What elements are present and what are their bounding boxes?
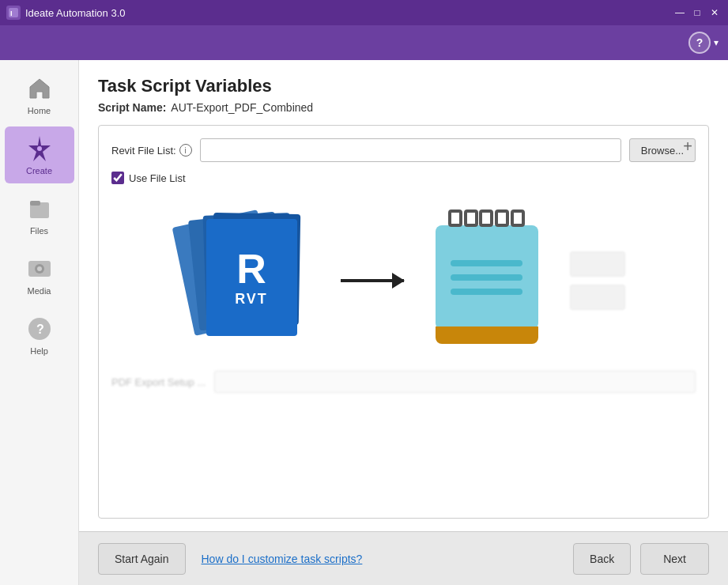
script-name-label: Script Name: xyxy=(98,101,166,114)
notepad-line-3 xyxy=(451,289,522,295)
files-icon xyxy=(25,194,54,223)
close-button[interactable]: ✕ xyxy=(707,6,722,20)
script-name-value: AUT-Export_PDF_Combined xyxy=(171,101,313,114)
help-button[interactable]: ? xyxy=(688,32,711,54)
sidebar-item-create[interactable]: Create xyxy=(5,126,74,183)
rvt-icon: R RVT xyxy=(183,209,309,352)
spiral-ring-5 xyxy=(511,209,525,227)
blurred-btn-2 xyxy=(570,285,625,310)
rvt-label: RVT xyxy=(235,291,268,308)
media-icon xyxy=(25,255,54,283)
notepad-body xyxy=(436,225,538,330)
spiral-ring-4 xyxy=(495,209,509,227)
home-icon xyxy=(25,74,54,103)
app-title: Ideate Automation 3.0 xyxy=(25,7,125,19)
notepad-line-1 xyxy=(451,260,522,266)
back-button[interactable]: Back xyxy=(573,543,631,575)
spiral-ring-1 xyxy=(448,209,462,227)
title-bar-left: I Ideate Automation 3.0 xyxy=(6,6,125,20)
sidebar: Home Create Files Media xyxy=(0,60,79,585)
rvt-r-letter: R xyxy=(236,248,266,289)
sidebar-home-label: Home xyxy=(28,106,51,115)
sidebar-files-label: Files xyxy=(30,226,48,236)
sidebar-create-label: Create xyxy=(26,166,52,176)
rvt-main-page: R RVT xyxy=(206,219,297,336)
sidebar-help-label: Help xyxy=(30,346,48,356)
notepad-bottom xyxy=(436,326,538,344)
svg-point-3 xyxy=(37,146,42,151)
svg-point-8 xyxy=(37,266,42,271)
svg-text:I: I xyxy=(10,9,13,17)
window-controls: — □ ✕ xyxy=(673,6,722,20)
revit-file-list-input[interactable] xyxy=(200,138,621,162)
pdf-export-section: PDF Export Setup ... xyxy=(111,371,696,393)
sidebar-media-label: Media xyxy=(28,286,51,296)
app-icon: I xyxy=(6,6,21,20)
content-area: Task Script Variables Script Name: AUT-E… xyxy=(79,60,728,531)
header-dropdown-arrow[interactable]: ▾ xyxy=(714,37,719,48)
title-bar: I Ideate Automation 3.0 — □ ✕ xyxy=(0,0,728,25)
footer: Start Again How do I customize task scri… xyxy=(79,531,728,585)
arrow-shaft xyxy=(341,279,404,282)
spiral-ring-3 xyxy=(479,209,493,227)
start-again-button[interactable]: Start Again xyxy=(98,543,186,575)
page-title: Task Script Variables xyxy=(98,76,709,96)
create-icon xyxy=(25,134,54,163)
plus-button[interactable]: + xyxy=(683,138,692,154)
blurred-btn-1 xyxy=(570,251,625,277)
revit-file-list-label: Revit File List: i xyxy=(111,144,192,157)
svg-rect-5 xyxy=(30,201,40,206)
use-file-list-checkbox[interactable] xyxy=(111,172,124,184)
main-layout: Home Create Files Media xyxy=(0,60,728,585)
maximize-button[interactable]: □ xyxy=(690,6,704,20)
use-file-list-label: Use File List xyxy=(129,172,186,184)
footer-left: Start Again How do I customize task scri… xyxy=(98,543,368,575)
help-sidebar-icon: ? xyxy=(25,315,54,343)
pdf-export-row: PDF Export Setup ... xyxy=(111,371,696,393)
sidebar-item-home[interactable]: Home xyxy=(5,66,74,123)
script-name-row: Script Name: AUT-Export_PDF_Combined xyxy=(98,101,709,114)
help-link-button[interactable]: How do I customize task scripts? xyxy=(195,543,369,575)
next-button[interactable]: Next xyxy=(640,543,709,575)
header-actions: ? ▾ xyxy=(688,32,719,54)
header-bar: ? ▾ xyxy=(0,25,728,60)
notepad-spiral xyxy=(436,209,538,227)
footer-right: Back Next xyxy=(573,543,709,575)
form-card: + Revit File List: i Browse... Use File … xyxy=(98,125,709,519)
sidebar-item-media[interactable]: Media xyxy=(5,247,74,304)
revit-file-list-row: Revit File List: i Browse... xyxy=(111,138,696,162)
pdf-export-label: PDF Export Setup ... xyxy=(111,376,206,388)
info-icon[interactable]: i xyxy=(179,144,192,157)
spiral-ring-2 xyxy=(464,209,478,227)
arrow-container xyxy=(341,279,404,282)
svg-text:?: ? xyxy=(36,323,44,336)
blurred-buttons-area xyxy=(570,251,625,310)
notepad-icon xyxy=(436,217,538,344)
notepad-line-2 xyxy=(451,274,522,281)
sidebar-item-help[interactable]: ? Help xyxy=(5,307,74,364)
minimize-button[interactable]: — xyxy=(673,6,687,20)
sidebar-item-files[interactable]: Files xyxy=(5,187,74,243)
pdf-export-input xyxy=(214,371,696,393)
use-file-list-row: Use File List xyxy=(111,172,696,184)
illustration-area: R RVT xyxy=(111,197,696,364)
